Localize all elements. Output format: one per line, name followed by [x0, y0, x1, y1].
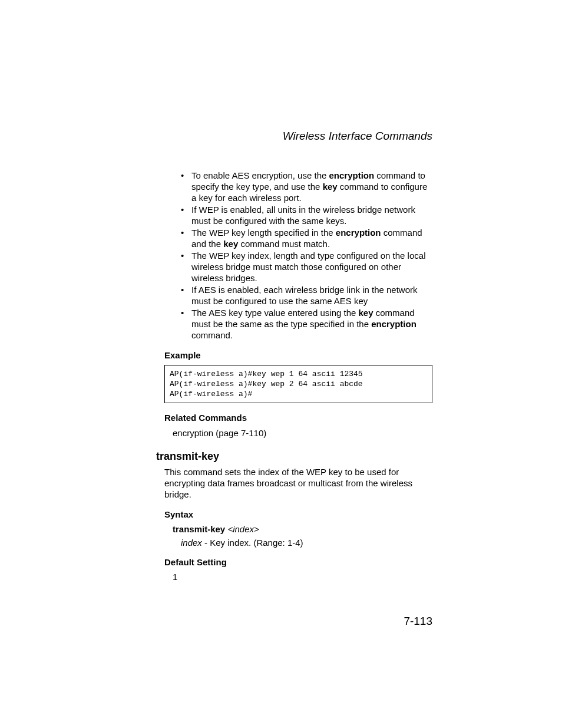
related-commands-heading: Related Commands: [164, 413, 432, 423]
example-heading: Example: [164, 350, 432, 360]
bullet-item: To enable AES encryption, use the encryp…: [184, 170, 432, 203]
syntax-line: transmit-key <index>: [173, 524, 432, 534]
command-name-heading: transmit-key: [156, 450, 432, 463]
bullet-item: If WEP is enabled, all units in the wire…: [184, 204, 432, 226]
syntax-heading: Syntax: [164, 509, 432, 519]
default-setting-value: 1: [173, 572, 432, 582]
bullet-item: The AES key type value entered using the…: [184, 307, 432, 341]
bullet-item: If AES is enabled, each wireless bridge …: [184, 284, 432, 307]
command-description: This command sets the index of the WEP k…: [164, 466, 432, 500]
section-header: Wireless Interface Commands: [156, 130, 432, 143]
page-number: 7-113: [404, 615, 432, 628]
syntax-command: transmit-key: [173, 524, 225, 534]
related-commands-text: encryption (page 7-110): [173, 427, 432, 439]
syntax-argument: <index>: [227, 524, 259, 534]
bullet-list: To enable AES encryption, use the encryp…: [156, 170, 432, 341]
bullet-item: The WEP key index, length and type confi…: [184, 250, 432, 284]
default-setting-heading: Default Setting: [164, 557, 432, 567]
bullet-item: The WEP key length specified in the encr…: [184, 227, 432, 249]
syntax-arg-description: index - Key index. (Range: 1-4): [181, 538, 432, 548]
code-example: AP(if-wireless a)#key wep 1 64 ascii 123…: [164, 365, 432, 403]
document-page: Wireless Interface Commands To enable AE…: [0, 0, 562, 728]
